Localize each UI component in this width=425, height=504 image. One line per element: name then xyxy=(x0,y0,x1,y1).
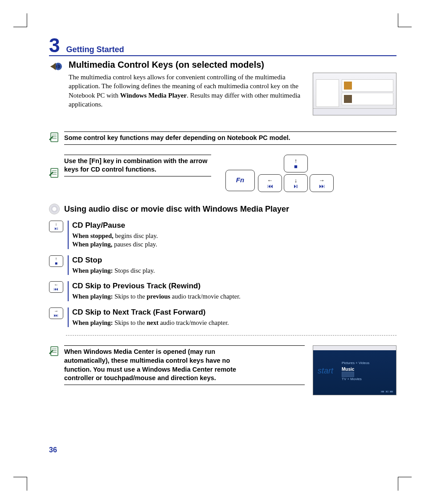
control-desc-bold2: next xyxy=(147,319,159,326)
crop-mark xyxy=(13,477,27,491)
arrow-up-icon: ↑ xyxy=(294,158,298,164)
crop-mark xyxy=(398,477,412,491)
arrow-left-key: ← ⏮ xyxy=(258,174,282,192)
control-desc-bold: When playing, xyxy=(72,241,112,248)
subheading: Using audio disc or movie disc with Wind… xyxy=(64,204,289,214)
disc-icon xyxy=(49,204,60,214)
control-title-play-pause: CD Play/Pause xyxy=(72,221,158,231)
control-desc-bold: When playing: xyxy=(72,267,113,274)
note-icon xyxy=(49,131,61,143)
mini-key-icon: ⏯ xyxy=(54,226,58,231)
intro-paragraph: The multimedia control keys allows for c… xyxy=(69,73,305,115)
subheading-row: Using audio disc or movie disc with Wind… xyxy=(49,204,396,214)
mini-key-icon: ⏭ xyxy=(54,313,58,318)
wmc-line-3: TV + Movies xyxy=(342,377,362,382)
page-number: 36 xyxy=(49,445,57,455)
mini-key-prev: ←⏮ xyxy=(49,281,63,293)
control-desc-text: pauses disc play. xyxy=(112,241,157,248)
note-wmc-text: When Windows Media Center is opened (may… xyxy=(64,348,247,382)
page-content: 3 Getting Started Multimedia Control Key… xyxy=(49,36,396,398)
chapter-title: Getting Started xyxy=(66,44,124,55)
controls-list: ↓⏯CD Play/PauseWhen stopped, begins disc… xyxy=(49,221,396,328)
mini-key-play-pause: ↓⏯ xyxy=(49,221,63,232)
wmc-controls: ⏮ ⏯ ⏭ xyxy=(381,389,393,394)
control-desc-line: When playing: Skips to the previous audi… xyxy=(72,292,241,301)
control-desc-text2: audio track/movie chapter. xyxy=(170,293,241,300)
control-body: CD Skip to Previous Track (Rewind)When p… xyxy=(68,281,241,301)
control-desc-line: When playing: Stops disc play. xyxy=(72,266,155,275)
note-icon xyxy=(49,167,61,179)
mini-key-icon: ■ xyxy=(55,261,57,266)
svg-point-1 xyxy=(56,64,60,68)
control-desc-text2: audio track/movie chapter. xyxy=(159,319,229,326)
control-desc-bold: When stopped, xyxy=(72,232,114,239)
fn-key: Fn xyxy=(225,170,255,191)
windows-media-center-screenshot: start Pictures + Videos Music TV + Movie… xyxy=(313,345,396,395)
chapter-number: 3 xyxy=(49,36,60,55)
control-body: CD Play/PauseWhen stopped, begins disc p… xyxy=(68,221,158,249)
control-body: CD Skip to Next Track (Fast Forward)When… xyxy=(68,307,229,328)
speaker-icon xyxy=(49,59,64,122)
control-desc-line: When playing: Skips to the next audio tr… xyxy=(72,319,229,328)
control-item-next: →⏭CD Skip to Next Track (Fast Forward)Wh… xyxy=(49,307,396,328)
control-title-prev: CD Skip to Previous Track (Rewind) xyxy=(72,281,241,291)
key-diagram: Fn ↑ ■ ← ⏮ ↓ ⏯ xyxy=(225,155,333,191)
control-item-play-pause: ↓⏯CD Play/PauseWhen stopped, begins disc… xyxy=(49,221,396,249)
arrow-left-icon: ← xyxy=(267,177,273,183)
control-desc-text: Stops disc play. xyxy=(113,267,155,274)
wmc-start-label: start xyxy=(318,365,333,376)
control-desc-text: begins disc play. xyxy=(114,232,158,239)
control-item-prev: ←⏮CD Skip to Previous Track (Rewind)When… xyxy=(49,281,396,301)
control-desc-line: When playing, pauses disc play. xyxy=(72,240,158,249)
note-icon xyxy=(49,345,61,357)
control-item-stop: ↑■CD StopWhen playing: Stops disc play. xyxy=(49,255,396,275)
note-wmc: When Windows Media Center is opened (may… xyxy=(49,345,396,395)
windows-media-player-screenshot xyxy=(313,73,396,115)
fn-key-label: Fn xyxy=(236,176,244,184)
play-pause-icon: ⏯ xyxy=(293,183,299,189)
arrow-up-key: ↑ ■ xyxy=(284,155,308,172)
control-desc-bold: When playing: xyxy=(72,319,113,326)
wmc-line-1: Pictures + Videos xyxy=(342,361,369,366)
mini-key-next: →⏭ xyxy=(49,307,63,319)
note-defer-text: Some control key functions may defer dep… xyxy=(64,134,396,143)
control-desc-text: Skips to the xyxy=(113,319,147,326)
next-track-icon: ⏭ xyxy=(319,183,325,189)
arrow-right-key: → ⏭ xyxy=(310,174,334,192)
control-desc-text: Skips to the xyxy=(113,293,147,300)
intro-bold: Windows Media Player xyxy=(120,92,187,99)
note-fn-text: Use the [Fn] key in combination with the… xyxy=(64,157,211,174)
control-desc-line: When stopped, begins disc play. xyxy=(72,232,158,241)
arrow-down-icon: ↓ xyxy=(294,177,298,183)
chapter-header: 3 Getting Started xyxy=(49,36,396,56)
prev-track-icon: ⏮ xyxy=(267,183,273,189)
crop-mark xyxy=(398,13,412,27)
section-row: Multimedia Control Keys (on selected mod… xyxy=(49,59,396,122)
control-desc-bold2: previous xyxy=(147,293,170,300)
arrow-right-icon: → xyxy=(319,177,325,183)
mini-key-stop: ↑■ xyxy=(49,255,63,267)
arrow-down-key: ↓ ⏯ xyxy=(284,174,308,192)
stop-icon: ■ xyxy=(294,164,298,169)
control-desc-bold: When playing: xyxy=(72,293,113,300)
note-fn: Use the [Fn] key in combination with the… xyxy=(49,155,396,191)
dashed-rule xyxy=(66,335,396,336)
control-title-next: CD Skip to Next Track (Fast Forward) xyxy=(72,307,229,318)
control-title-stop: CD Stop xyxy=(72,255,155,266)
note-defer: Some control key functions may defer dep… xyxy=(49,131,396,145)
crop-mark xyxy=(13,13,27,27)
mini-key-icon: ⏮ xyxy=(54,287,58,291)
control-body: CD StopWhen playing: Stops disc play. xyxy=(68,255,155,275)
section-title: Multimedia Control Keys (on selected mod… xyxy=(69,59,396,71)
